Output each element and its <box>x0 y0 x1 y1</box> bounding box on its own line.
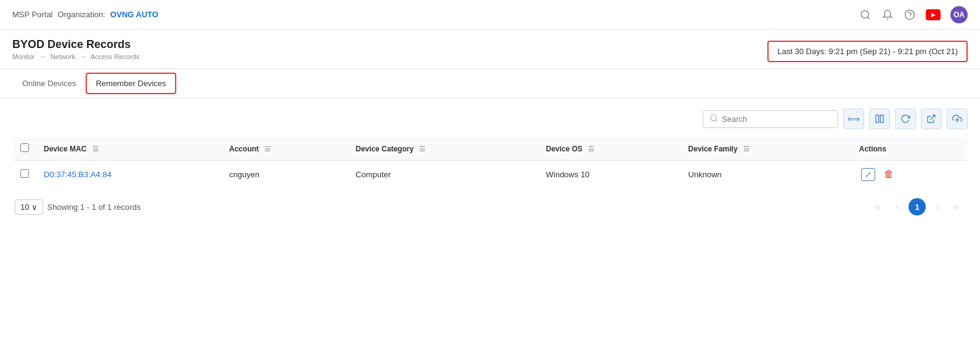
upload-button[interactable] <box>947 108 968 129</box>
chevron-down-icon: ∨ <box>31 203 38 212</box>
svg-line-5 <box>716 119 717 121</box>
date-range-badge[interactable]: Last 30 Days: 9:21 pm (Sep 21) - 9:21 pm… <box>767 41 968 62</box>
delete-device-button[interactable]: 🗑 <box>882 167 896 182</box>
bell-icon[interactable] <box>881 9 894 21</box>
tabs-bar: Online Devices Remember Devices <box>0 69 980 98</box>
col-device-category[interactable]: Device Category ☰ <box>348 137 539 161</box>
mac-filter-icon[interactable]: ☰ <box>92 145 99 153</box>
content-area: ⟺ <box>0 98 980 233</box>
next-page-button[interactable]: › <box>928 198 945 215</box>
table-row: D0:37:45:B3:A4:84 cnguyen Computer Windo… <box>13 161 968 188</box>
svg-rect-7 <box>880 115 883 122</box>
select-all-header[interactable] <box>13 137 37 161</box>
tab-remember-devices[interactable]: Remember Devices <box>86 73 176 94</box>
tab-online-devices[interactable]: Online Devices <box>12 71 86 97</box>
table-header-row: Device MAC ☰ Account ☰ Device Category ☰… <box>13 137 968 161</box>
row-os: Windows 10 <box>539 161 681 188</box>
user-avatar[interactable]: OA <box>950 6 968 23</box>
expand-columns-button[interactable]: ⟺ <box>843 108 864 129</box>
pagination: « ‹ 1 › » <box>869 198 965 215</box>
breadcrumb-access-records[interactable]: Access Records <box>91 53 139 60</box>
col-device-mac[interactable]: Device MAC ☰ <box>36 137 222 161</box>
col-device-family[interactable]: Device Family ☰ <box>681 137 852 161</box>
svg-point-0 <box>861 10 868 18</box>
row-actions: ⤢ 🗑 <box>852 161 968 188</box>
search-box[interactable] <box>703 110 838 128</box>
view-icon: ⤢ <box>861 168 875 181</box>
page-header: BYOD Device Records Monitor → Network → … <box>0 30 980 69</box>
svg-point-4 <box>711 114 716 120</box>
app-name: MSP Portal <box>12 10 53 19</box>
breadcrumb-monitor[interactable]: Monitor <box>12 53 35 60</box>
org-name[interactable]: OVNG AUTO <box>110 10 158 19</box>
col-account[interactable]: Account ☰ <box>222 137 348 161</box>
table-footer: 10 ∨ Showing 1 - 1 of 1 records « ‹ 1 › … <box>12 191 968 223</box>
search-nav-icon[interactable] <box>859 9 872 21</box>
view-device-button[interactable]: ⤢ <box>859 168 877 181</box>
row-family: Unknown <box>681 161 852 188</box>
current-page-number[interactable]: 1 <box>909 198 926 215</box>
page-size-select: 10 ∨ Showing 1 - 1 of 1 records <box>15 199 141 215</box>
title-section: BYOD Device Records Monitor → Network → … <box>12 38 139 60</box>
refresh-button[interactable] <box>895 108 916 129</box>
col-device-os[interactable]: Device OS ☰ <box>539 137 681 161</box>
page-title: BYOD Device Records <box>12 38 139 51</box>
external-link-button[interactable] <box>921 108 942 129</box>
search-input[interactable] <box>722 114 831 124</box>
breadcrumb: Monitor → Network → Access Records <box>12 53 139 60</box>
table-toolbar: ⟺ <box>12 108 968 129</box>
first-page-button[interactable]: « <box>869 198 886 215</box>
data-table: Device MAC ☰ Account ☰ Device Category ☰… <box>12 137 968 188</box>
columns-toggle-button[interactable] <box>869 108 890 129</box>
help-icon[interactable] <box>904 9 916 21</box>
showing-text: Showing 1 - 1 of 1 records <box>47 203 141 212</box>
col-actions: Actions <box>852 137 968 161</box>
svg-rect-6 <box>876 115 879 122</box>
row-checkbox[interactable] <box>20 169 29 178</box>
page-size-dropdown[interactable]: 10 ∨ <box>15 199 43 215</box>
nav-icons: OA <box>859 6 968 23</box>
prev-page-button[interactable]: ‹ <box>889 198 906 215</box>
account-filter-icon[interactable]: ☰ <box>264 145 271 153</box>
youtube-icon[interactable] <box>926 9 941 20</box>
top-nav: MSP Portal Organization: OVNG AUTO OA <box>0 0 980 30</box>
row-checkbox-cell[interactable] <box>13 161 37 188</box>
select-all-checkbox[interactable] <box>20 143 29 152</box>
breadcrumb-network[interactable]: Network <box>51 53 75 60</box>
last-page-button[interactable]: » <box>948 198 965 215</box>
row-mac: D0:37:45:B3:A4:84 <box>36 161 222 188</box>
search-icon <box>709 114 718 124</box>
svg-line-1 <box>867 17 869 18</box>
org-label: Organization: <box>58 10 105 19</box>
row-category: Computer <box>348 161 539 188</box>
row-account: cnguyen <box>222 161 348 188</box>
category-filter-icon[interactable]: ☰ <box>419 145 425 153</box>
os-filter-icon[interactable]: ☰ <box>588 145 594 153</box>
family-filter-icon[interactable]: ☰ <box>743 145 749 153</box>
actions-cell: ⤢ 🗑 <box>859 167 960 182</box>
svg-line-8 <box>931 115 935 119</box>
nav-brand: MSP Portal Organization: OVNG AUTO <box>12 10 158 19</box>
delete-icon: 🗑 <box>884 169 894 179</box>
